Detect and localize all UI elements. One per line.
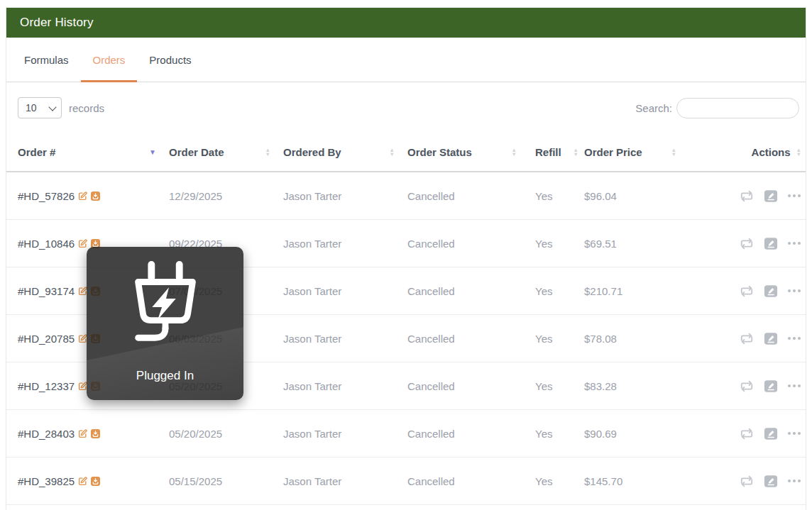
more-actions-button[interactable] — [787, 289, 801, 293]
edit-order-icon[interactable] — [78, 477, 87, 486]
column-header-order-date[interactable]: Order Date▲▼ — [169, 136, 283, 172]
column-label: Refill — [535, 146, 561, 158]
order-number[interactable]: #HD_12337 — [18, 380, 75, 392]
column-header-actions[interactable]: Actions▲▼ — [682, 136, 806, 172]
edit-note-icon — [764, 237, 778, 250]
more-actions-icon — [787, 194, 801, 198]
column-header-order-status[interactable]: Order Status▲▼ — [407, 136, 530, 172]
order-price: $96.04 — [584, 190, 617, 202]
ordered-by-cell: Jason Tarter — [283, 458, 407, 505]
records-label: records — [69, 102, 104, 114]
order-status-cell: Cancelled — [407, 172, 530, 220]
order-status: Cancelled — [407, 285, 455, 297]
repeat-order-button[interactable] — [739, 284, 755, 298]
more-actions-button[interactable] — [787, 479, 801, 483]
records-select-wrap: 10 — [18, 97, 62, 118]
actions-cell — [682, 410, 806, 458]
edit-order-icon[interactable] — [78, 192, 87, 201]
column-header-order-number[interactable]: Order #▼ — [6, 136, 169, 172]
edit-note-icon — [764, 332, 778, 345]
edit-note-icon — [764, 379, 778, 393]
more-actions-button[interactable] — [787, 241, 801, 245]
column-label: Order Price — [584, 146, 642, 158]
actions-cell — [682, 362, 806, 410]
more-actions-button[interactable] — [787, 194, 801, 198]
column-label: Actions — [752, 146, 791, 158]
table-header-row: Order #▼Order Date▲▼Ordered By▲▼Order St… — [6, 136, 806, 172]
repeat-order-icon — [739, 189, 755, 203]
table-row: #HD_5782612/29/2025Jason TarterCancelled… — [6, 172, 806, 220]
repeat-order-button[interactable] — [739, 237, 755, 250]
order-number[interactable]: #HD_20785 — [18, 333, 75, 345]
refill-value: Yes — [535, 380, 552, 392]
tab-products[interactable]: Products — [137, 38, 203, 82]
more-actions-button[interactable] — [787, 384, 801, 388]
edit-note-button[interactable] — [764, 427, 778, 440]
sort-icon: ▲▼ — [265, 148, 270, 157]
tab-formulas[interactable]: Formulas — [12, 38, 81, 82]
ordered-by: Jason Tarter — [283, 428, 341, 440]
order-date-cell: 05/15/2025 — [169, 458, 283, 505]
column-header-order-price[interactable]: Order Price▲▼ — [584, 136, 682, 172]
edit-order-icon[interactable] — [78, 429, 87, 438]
ordered-by: Jason Tarter — [283, 190, 341, 202]
download-order-icon[interactable] — [91, 429, 100, 438]
order-number[interactable]: #HD_93174 — [18, 285, 75, 297]
edit-note-button[interactable] — [764, 284, 778, 298]
repeat-order-icon — [739, 379, 755, 393]
order-number[interactable]: #HD_57826 — [18, 190, 75, 202]
order-price: $90.69 — [584, 428, 617, 440]
edit-order-icon[interactable] — [78, 239, 87, 248]
edit-note-button[interactable] — [764, 189, 778, 203]
ordered-by-cell: Jason Tarter — [283, 220, 407, 267]
sort-icon: ▲▼ — [671, 148, 676, 157]
order-date-cell: 05/20/2025 — [169, 410, 283, 458]
order-price: $69.51 — [584, 238, 617, 250]
edit-note-icon — [764, 284, 778, 298]
more-actions-button[interactable] — [787, 336, 801, 340]
download-order-icon[interactable] — [91, 477, 100, 486]
order-status-cell: Cancelled — [407, 267, 530, 315]
more-actions-icon — [787, 431, 801, 436]
refill-value: Yes — [535, 238, 552, 250]
edit-note-icon — [764, 189, 778, 203]
more-actions-button[interactable] — [787, 431, 801, 436]
column-header-refill[interactable]: Refill▲▼ — [530, 136, 584, 172]
edit-note-button[interactable] — [764, 237, 778, 250]
refill-cell: Yes — [530, 220, 584, 267]
order-price: $210.71 — [584, 285, 622, 297]
ordered-by: Jason Tarter — [283, 475, 341, 487]
column-label: Ordered By — [283, 146, 341, 158]
edit-note-icon — [764, 475, 778, 488]
actions-cell — [682, 315, 806, 362]
repeat-order-button[interactable] — [739, 379, 755, 393]
order-status-cell: Cancelled — [407, 458, 530, 505]
search-input[interactable] — [676, 98, 799, 118]
order-number[interactable]: #HD_39825 — [18, 475, 75, 487]
column-header-ordered-by[interactable]: Ordered By▲▼ — [283, 136, 407, 172]
refill-value: Yes — [535, 285, 552, 297]
refill-cell: Yes — [530, 267, 584, 315]
edit-note-button[interactable] — [764, 332, 778, 345]
order-number[interactable]: #HD_28403 — [18, 428, 75, 440]
edit-note-button[interactable] — [764, 379, 778, 393]
edit-note-button[interactable] — [764, 475, 778, 488]
download-order-icon[interactable] — [91, 192, 100, 201]
repeat-order-button[interactable] — [739, 332, 755, 345]
repeat-order-button[interactable] — [739, 189, 755, 203]
repeat-order-icon — [739, 427, 755, 440]
order-price-cell: $83.28 — [584, 362, 682, 410]
order-number-cell: #HD_28403 — [6, 410, 169, 458]
order-number[interactable]: #HD_10846 — [18, 238, 75, 250]
repeat-order-button[interactable] — [739, 427, 755, 440]
sort-icon: ▲▼ — [390, 148, 395, 157]
power-plug-icon — [112, 258, 219, 348]
refill-value: Yes — [535, 190, 552, 202]
records-select[interactable]: 10 — [18, 97, 62, 118]
order-price-cell: $145.70 — [584, 458, 682, 505]
ordered-by-cell: Jason Tarter — [283, 362, 407, 410]
order-price-cell: $78.08 — [584, 315, 682, 362]
repeat-order-button[interactable] — [739, 475, 755, 488]
order-price-cell: $96.04 — [584, 172, 682, 220]
tab-orders[interactable]: Orders — [81, 38, 138, 82]
